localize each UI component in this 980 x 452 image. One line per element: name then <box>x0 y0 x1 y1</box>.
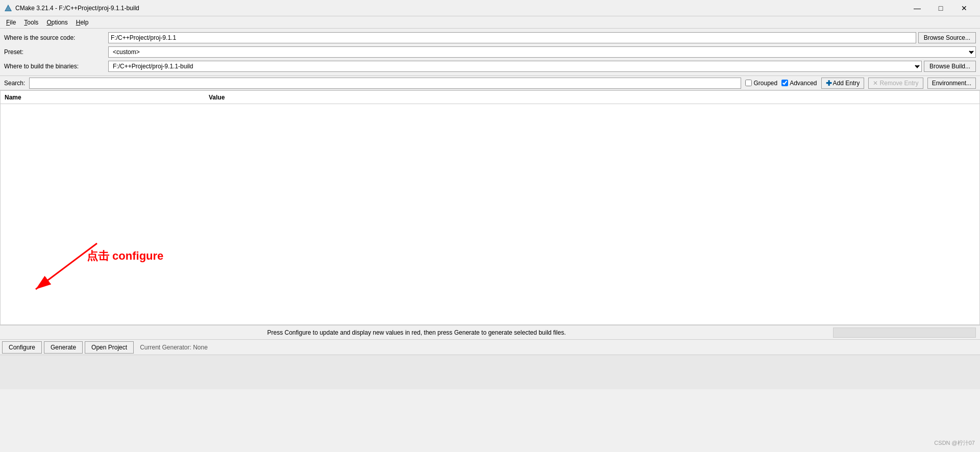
status-message: Press Configure to update and display ne… <box>0 329 833 336</box>
close-button[interactable]: ✕ <box>952 0 976 16</box>
menu-bar: File Tools Options Help <box>0 16 980 29</box>
advanced-label[interactable]: Advanced <box>790 80 817 87</box>
generate-button[interactable]: Generate <box>44 341 83 354</box>
advanced-checkbox[interactable] <box>781 80 788 86</box>
remove-entry-text: Remove Entry <box>880 80 919 87</box>
add-entry-label: Add Entry <box>833 80 860 87</box>
open-project-button[interactable]: Open Project <box>85 341 134 354</box>
value-column-header: Value <box>209 94 975 101</box>
menu-options[interactable]: Options <box>42 17 71 28</box>
add-entry-plus-icon: ✚ <box>826 79 832 87</box>
configure-button[interactable]: Configure <box>2 341 42 354</box>
add-entry-button[interactable]: ✚ Add Entry <box>821 78 865 89</box>
preset-label: Preset: <box>4 48 106 56</box>
title-bar-left: CMake 3.21.4 - F:/C++Project/proj-9.1.1-… <box>4 4 139 12</box>
browse-build-button[interactable]: Browse Build... <box>924 61 976 72</box>
form-area: Where is the source code: Browse Source.… <box>0 29 980 76</box>
build-select[interactable]: F:/C++Project/proj-9.1.1-build <box>108 61 922 72</box>
name-column-header: Name <box>5 94 209 101</box>
grouped-checkbox-wrapper: Grouped <box>745 80 777 87</box>
menu-tools[interactable]: Tools <box>20 17 42 28</box>
progress-bar <box>833 328 976 338</box>
table-body <box>1 104 979 298</box>
menu-help-label: Help <box>76 19 89 26</box>
preset-select[interactable]: <custom> <box>108 46 976 58</box>
remove-entry-button[interactable]: ✕ Remove Entry <box>868 78 923 89</box>
preset-row: Preset: <custom> ▼ <box>4 45 976 59</box>
title-bar: CMake 3.21.4 - F:/C++Project/proj-9.1.1-… <box>0 0 980 16</box>
source-input[interactable] <box>108 32 916 43</box>
browse-source-button[interactable]: Browse Source... <box>918 32 976 43</box>
cmake-icon <box>4 4 12 12</box>
grouped-label[interactable]: Grouped <box>753 80 777 87</box>
svg-marker-1 <box>6 6 11 11</box>
search-label: Search: <box>4 80 25 87</box>
search-input[interactable] <box>29 78 741 89</box>
minimize-button[interactable]: — <box>905 0 929 16</box>
window-title: CMake 3.21.4 - F:/C++Project/proj-9.1.1-… <box>15 5 139 12</box>
menu-tools-label: Tools <box>24 19 38 26</box>
table-area: Name Value <box>0 90 980 325</box>
menu-options-label: Options <box>46 19 67 26</box>
title-bar-controls: — □ ✕ <box>905 0 976 16</box>
watermark: CSDN @柠汁07 <box>934 439 975 447</box>
toolbar: Search: Grouped Advanced ✚ Add Entry ✕ R… <box>0 76 980 90</box>
generator-text: Current Generator: None <box>140 344 208 351</box>
table-header: Name Value <box>1 91 979 104</box>
build-select-wrapper: F:/C++Project/proj-9.1.1-build ▼ <box>108 61 922 72</box>
environment-button[interactable]: Environment... <box>927 78 976 89</box>
menu-file[interactable]: File <box>2 17 20 28</box>
menu-file-label: File <box>6 19 16 26</box>
advanced-checkbox-wrapper: Advanced <box>781 80 817 87</box>
log-area <box>0 355 980 389</box>
build-label: Where to build the binaries: <box>4 63 106 70</box>
main-area: Name Value 点击 configure <box>0 90 980 325</box>
remove-entry-label: ✕ <box>873 80 879 87</box>
grouped-checkbox[interactable] <box>745 80 752 86</box>
source-row: Where is the source code: Browse Source.… <box>4 31 976 45</box>
menu-help[interactable]: Help <box>72 17 93 28</box>
build-row: Where to build the binaries: F:/C++Proje… <box>4 59 976 73</box>
maximize-button[interactable]: □ <box>929 0 952 16</box>
source-label: Where is the source code: <box>4 34 106 41</box>
preset-select-wrapper: <custom> ▼ <box>108 46 976 58</box>
status-bar: Press Configure to update and display ne… <box>0 325 980 339</box>
bottom-bar: Configure Generate Open Project Current … <box>0 339 980 355</box>
